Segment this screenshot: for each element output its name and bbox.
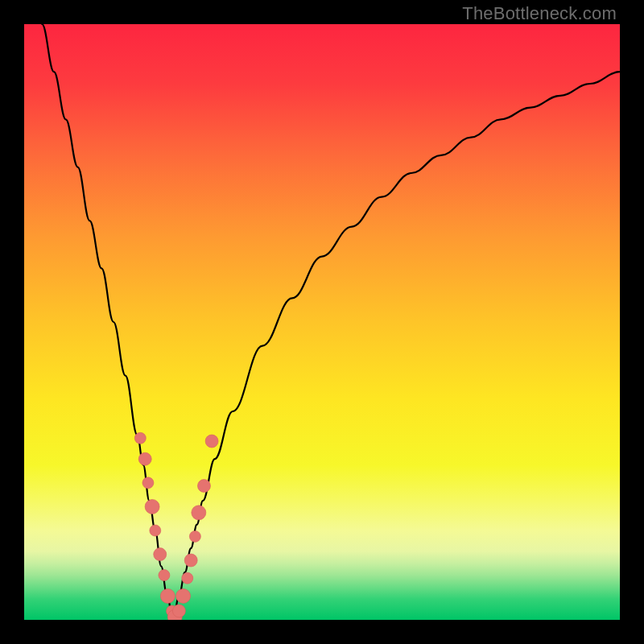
marker-point — [192, 506, 206, 520]
highlight-markers — [134, 432, 218, 620]
marker-point — [138, 452, 151, 465]
chart-frame: TheBottleneck.com — [0, 0, 644, 644]
marker-point — [184, 554, 197, 567]
curve-layer — [24, 24, 620, 620]
marker-point — [176, 588, 191, 603]
marker-point — [150, 525, 161, 536]
marker-point — [134, 432, 146, 444]
bottleneck-curve — [42, 24, 620, 620]
marker-point — [172, 605, 185, 617]
watermark-text: TheBottleneck.com — [462, 3, 617, 24]
plot-area — [24, 24, 620, 620]
marker-point — [159, 570, 170, 581]
marker-point — [182, 572, 193, 584]
marker-point — [160, 588, 175, 603]
marker-point — [197, 480, 210, 493]
marker-point — [154, 548, 167, 561]
marker-point — [142, 477, 154, 489]
marker-point — [189, 530, 200, 542]
marker-point — [205, 435, 218, 448]
marker-point — [145, 499, 159, 514]
